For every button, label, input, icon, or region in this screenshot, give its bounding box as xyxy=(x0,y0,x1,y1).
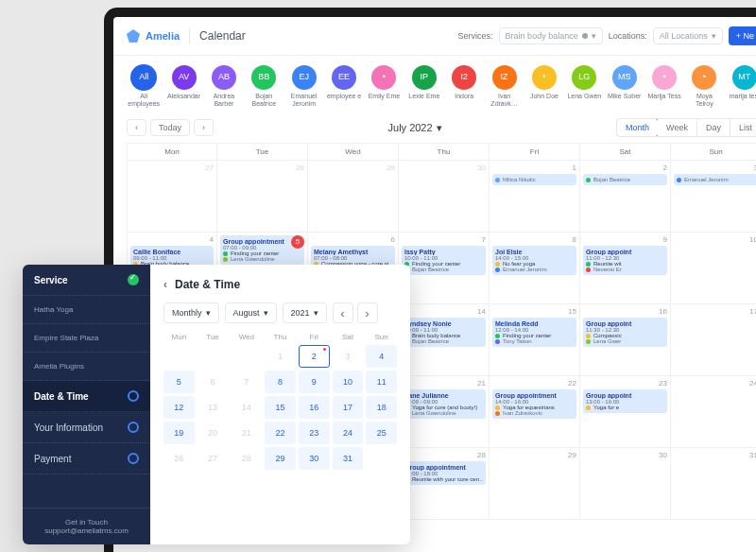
mini-day: 27 xyxy=(198,447,229,470)
employee-avatar[interactable]: IZIvan Zdravk… xyxy=(487,65,521,107)
employee-avatar[interactable]: LGLena Gwen xyxy=(567,65,601,107)
prev-button[interactable]: ‹ xyxy=(127,119,146,136)
step-item[interactable]: Date & Time xyxy=(23,381,150,412)
mini-day[interactable]: 25 xyxy=(366,422,397,444)
mini-day[interactable]: 15 xyxy=(265,396,296,419)
event-card[interactable]: Melinda Redd12:00 - 14:00Finding your ce… xyxy=(492,318,576,347)
event-card[interactable]: Group appointment17:00 - 18:00Reunite wi… xyxy=(402,461,486,485)
locations-select[interactable]: All Locations▾ xyxy=(653,27,723,44)
day-cell[interactable]: 15Melinda Redd12:00 - 14:00Finding your … xyxy=(490,304,580,376)
chevron-down-icon: ▾ xyxy=(437,122,442,134)
view-day[interactable]: Day xyxy=(697,119,730,136)
event-card[interactable]: Lane Julianne07:00 - 09:00Yoga for core … xyxy=(402,389,486,419)
mini-prev-button[interactable]: ‹ xyxy=(333,302,353,323)
app-header: Amelia Calendar Services: Brain body bal… xyxy=(113,17,756,56)
view-list[interactable]: List xyxy=(730,119,756,136)
step-item[interactable]: Payment xyxy=(23,443,150,474)
employee-avatar[interactable]: MTmarija test xyxy=(728,65,756,107)
day-cell[interactable]: 28 xyxy=(217,161,308,233)
day-cell[interactable]: 10 xyxy=(671,233,756,304)
event-card[interactable]: Group appoint11:30 - 12:30CompassicLena … xyxy=(583,318,667,347)
event-card[interactable]: Lyndsey Nonie09:00 - 11:00Brain body bal… xyxy=(402,318,486,347)
employee-avatar[interactable]: AVAleksandar xyxy=(166,65,200,107)
employee-avatar[interactable]: •Marija Tess xyxy=(647,65,681,107)
mini-day[interactable]: 5 xyxy=(163,371,195,393)
mini-day[interactable]: 19 xyxy=(163,422,195,444)
chevron-down-icon: ▾ xyxy=(314,308,318,318)
step-service[interactable]: Service xyxy=(23,265,150,296)
day-cell[interactable]: 30 xyxy=(399,161,490,233)
mini-next-button[interactable]: › xyxy=(357,302,378,323)
day-cell[interactable]: 14Lyndsey Nonie09:00 - 11:00Brain body b… xyxy=(399,304,490,376)
mini-day[interactable]: 18 xyxy=(366,396,397,419)
day-cell[interactable]: 22Group appointment14:00 - 16:00Yoga for… xyxy=(490,376,580,448)
employee-avatar[interactable]: •John Doe xyxy=(527,65,561,107)
event-card[interactable]: Issy Patty10:00 - 11:00Finding your cent… xyxy=(402,246,486,275)
employee-avatar[interactable]: ABAndrea Barber xyxy=(207,65,241,107)
employee-avatar[interactable]: BBBojan Beatrice xyxy=(247,65,281,107)
day-cell[interactable]: 1Milica Nikolic xyxy=(490,161,580,233)
mini-day[interactable]: 12 xyxy=(163,396,195,419)
service-subline: Hatha Yoga xyxy=(23,296,150,324)
employee-avatar[interactable]: EEemployee e xyxy=(327,65,361,107)
mini-day[interactable]: 10 xyxy=(333,371,364,393)
recurrence-select[interactable]: Monthly▾ xyxy=(163,302,219,323)
day-cell[interactable]: 17 xyxy=(671,304,756,376)
day-cell[interactable]: 27 xyxy=(127,161,217,233)
event-card[interactable]: Milica Nikolic xyxy=(492,174,576,185)
event-card[interactable]: Bojan Beatrice xyxy=(583,174,667,185)
employee-avatar[interactable]: •Moya Telroy xyxy=(687,65,721,107)
next-button[interactable]: › xyxy=(194,119,214,136)
month-label[interactable]: July 2022▾ xyxy=(388,122,442,134)
employee-avatar[interactable]: IPLexie Eme xyxy=(407,65,441,107)
day-cell[interactable]: 7Issy Patty10:00 - 11:00Finding your cen… xyxy=(399,233,490,304)
day-cell[interactable]: 2Bojan Beatrice xyxy=(580,161,671,233)
mini-day[interactable]: 30 xyxy=(299,447,330,470)
mini-day[interactable]: 29 xyxy=(265,447,296,470)
service-subline: Amelia Plugins xyxy=(23,353,150,381)
day-cell[interactable]: 29 xyxy=(308,161,399,233)
day-cell[interactable]: 8Joi Elsie14:00 - 15:00No fear yogaEmanu… xyxy=(490,233,580,304)
today-button[interactable]: Today xyxy=(150,119,190,136)
step-item[interactable]: Your Information xyxy=(23,412,150,443)
event-card[interactable]: Joi Elsie14:00 - 15:00No fear yogaEmanue… xyxy=(492,246,576,275)
employee-avatar[interactable]: AllAll employees xyxy=(127,65,161,107)
mini-day[interactable]: 4 xyxy=(366,345,397,368)
mini-day[interactable]: 22 xyxy=(265,422,296,444)
mini-day[interactable]: 17 xyxy=(333,396,364,419)
day-cell[interactable]: 29 xyxy=(490,448,580,520)
view-week[interactable]: Week xyxy=(658,119,697,136)
day-cell[interactable]: 23Group appoint13:00 - 16:00Yoga for e xyxy=(580,376,671,448)
employee-avatar[interactable]: EJEmanuel Jeronim xyxy=(287,65,321,107)
mini-day[interactable]: 23 xyxy=(299,422,330,444)
mini-day[interactable]: 11 xyxy=(366,371,397,393)
day-cell[interactable]: 30 xyxy=(580,448,671,520)
day-cell[interactable]: 28Group appointment17:00 - 18:00Reunite … xyxy=(399,448,490,520)
event-card[interactable]: Group appoint13:00 - 16:00Yoga for e xyxy=(583,389,667,413)
day-cell[interactable]: 21Lane Julianne07:00 - 09:00Yoga for cor… xyxy=(399,376,490,448)
mini-day[interactable]: 16 xyxy=(299,396,330,419)
back-button[interactable]: ‹ xyxy=(163,278,167,291)
event-card[interactable]: Emanuel Jeronim xyxy=(674,174,756,185)
day-cell[interactable]: 3Emanuel Jeronim xyxy=(671,161,756,233)
year-select[interactable]: 2021▾ xyxy=(283,302,327,323)
view-month[interactable]: Month xyxy=(616,118,659,137)
employee-avatar[interactable]: I2Indora xyxy=(447,65,481,107)
mini-day[interactable]: 8 xyxy=(265,371,296,393)
mini-day[interactable]: 31 xyxy=(333,447,364,470)
mini-day[interactable]: 24 xyxy=(333,422,364,444)
new-button[interactable]: + Ne xyxy=(729,26,756,45)
mini-day[interactable]: 2 xyxy=(299,345,330,368)
circle-icon xyxy=(128,453,139,464)
day-cell[interactable]: 9Group appoint11:00 - 12:30Reunite witNe… xyxy=(580,233,671,304)
employee-avatar[interactable]: •Emily Eme xyxy=(367,65,401,107)
day-cell[interactable]: 16Group appoint11:30 - 12:30CompassicLen… xyxy=(580,304,671,376)
mini-day[interactable]: 9 xyxy=(299,371,330,393)
day-cell[interactable]: 31 xyxy=(671,448,756,520)
month-select[interactable]: August▾ xyxy=(225,302,277,323)
event-card[interactable]: Group appoint11:00 - 12:30Reunite witNev… xyxy=(583,246,667,275)
day-cell[interactable]: 24 xyxy=(671,376,756,448)
services-chip[interactable]: Brain body balance▾ xyxy=(499,27,603,44)
event-card[interactable]: Group appointment14:00 - 16:00Yoga for e… xyxy=(492,389,576,419)
employee-avatar[interactable]: MSMike Sober xyxy=(608,65,642,107)
